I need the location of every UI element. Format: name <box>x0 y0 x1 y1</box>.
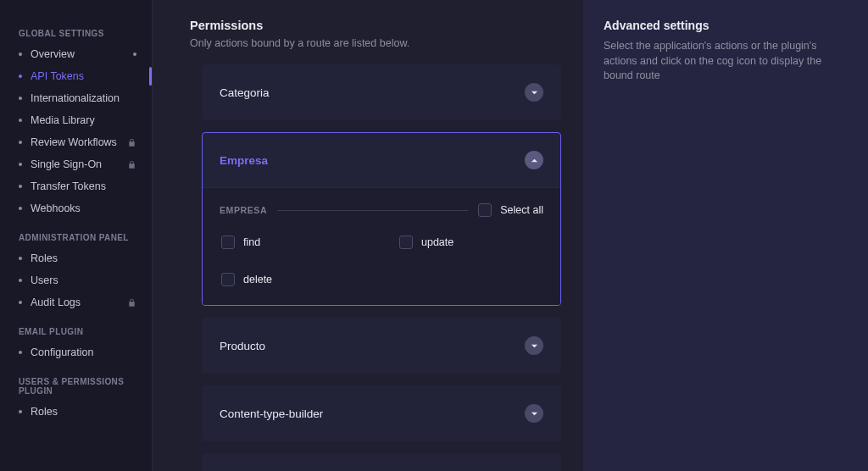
expand-button[interactable] <box>525 336 543 355</box>
advanced-body: Select the application's actions or the … <box>604 39 848 84</box>
sidebar-item-label: Single Sign-On <box>31 158 102 170</box>
permission-panel-body: EMPRESASelect allfindupdatedelete <box>203 187 560 305</box>
bullet-icon <box>19 301 22 304</box>
bullet-icon <box>19 410 22 413</box>
permission-action-checkbox[interactable] <box>221 273 235 286</box>
expand-button[interactable] <box>525 83 543 102</box>
sidebar-item-label: Media Library <box>31 114 95 126</box>
bullet-icon <box>19 351 22 354</box>
bullet-icon <box>19 207 22 210</box>
chevron-down-icon <box>531 89 538 97</box>
permission-action-label: delete <box>243 274 272 285</box>
expand-button[interactable] <box>525 404 543 423</box>
sidebar-item[interactable]: Review Workflows <box>0 131 152 153</box>
permission-action-label: find <box>243 236 260 248</box>
sidebar-item-label: Review Workflows <box>31 136 117 148</box>
advanced-settings-panel: Advanced settings Select the application… <box>583 0 868 471</box>
divider <box>277 210 468 211</box>
permission-action[interactable]: delete <box>221 273 331 286</box>
bullet-icon <box>19 75 22 78</box>
sidebar-section-title: ADMINISTRATION PANEL <box>0 219 152 247</box>
app-root: GLOBAL SETTINGSOverviewAPI TokensInterna… <box>0 0 868 471</box>
chevron-up-icon <box>531 157 538 164</box>
lock-icon <box>127 160 136 169</box>
sidebar-item-label: Transfer Tokens <box>31 180 106 192</box>
permissions-content: Permissions Only actions bound by a rout… <box>153 0 583 471</box>
sidebar-item[interactable]: Users <box>0 269 152 291</box>
permission-panel-header[interactable]: Content-type-builder <box>203 386 560 441</box>
sidebar-item-label: Users <box>31 274 58 286</box>
select-all-label: Select all <box>500 204 543 216</box>
sidebar-section-title: USERS & PERMISSIONS PLUGIN <box>0 363 152 401</box>
permission-panel-header[interactable]: Empresa <box>203 133 560 187</box>
permission-panel: EmpresaEMPRESASelect allfindupdatedelete <box>202 132 561 306</box>
sidebar-item[interactable]: Roles <box>0 247 152 269</box>
sidebar-item-label: Overview <box>31 48 75 60</box>
sidebar-item[interactable]: API Tokens <box>0 65 152 87</box>
permission-panel-title: Content-type-builder <box>220 407 323 420</box>
lock-icon <box>127 138 136 147</box>
bullet-icon <box>19 53 22 56</box>
sidebar-item[interactable]: Transfer Tokens <box>0 175 152 197</box>
bullet-icon <box>19 141 22 144</box>
sidebar-item-label: Configuration <box>31 346 93 358</box>
permission-action-checkbox[interactable] <box>399 236 413 249</box>
sidebar-item-label: Roles <box>31 406 58 418</box>
sidebar-item[interactable]: Configuration <box>0 341 152 363</box>
permission-panel-title: Categoria <box>220 86 270 99</box>
bullet-icon <box>19 119 22 122</box>
permission-group-label: EMPRESA <box>220 205 267 215</box>
chevron-down-icon <box>531 410 538 418</box>
permission-action[interactable]: find <box>221 236 331 249</box>
permission-action-checkbox[interactable] <box>221 236 235 249</box>
bullet-icon <box>19 257 22 260</box>
permission-panel-header[interactable]: Categoria <box>203 65 560 119</box>
permission-action[interactable]: update <box>399 236 509 249</box>
sidebar-item-label: API Tokens <box>31 70 84 82</box>
lock-icon <box>127 298 136 308</box>
permissions-subtitle: Only actions bound by a route are listed… <box>190 37 561 49</box>
sidebar-item[interactable]: Roles <box>0 401 152 423</box>
main: Permissions Only actions bound by a rout… <box>153 0 868 471</box>
permission-panel: Content-type-builder <box>202 385 561 441</box>
indicator-dot-icon <box>133 53 136 56</box>
sidebar-section-title: GLOBAL SETTINGS <box>0 15 152 43</box>
permission-panel-header[interactable]: Email <box>203 454 560 471</box>
collapse-button[interactable] <box>525 151 543 169</box>
advanced-heading: Advanced settings <box>604 19 848 32</box>
permission-panel: Email <box>202 453 561 471</box>
sidebar-item-label: Audit Logs <box>31 296 81 308</box>
sidebar-item[interactable]: Overview <box>0 43 152 65</box>
select-all-checkbox[interactable] <box>478 203 492 217</box>
permission-panel: Categoria <box>202 64 561 120</box>
sidebar-item-label: Webhooks <box>31 202 81 214</box>
sidebar-item[interactable]: Media Library <box>0 109 152 131</box>
sidebar: GLOBAL SETTINGSOverviewAPI TokensInterna… <box>0 0 153 471</box>
chevron-down-icon <box>531 342 538 350</box>
bullet-icon <box>19 97 22 100</box>
sidebar-item-label: Roles <box>31 252 58 264</box>
permissions-heading: Permissions <box>190 19 561 32</box>
sidebar-item[interactable]: Webhooks <box>0 197 152 219</box>
permission-panel-header[interactable]: Producto <box>203 319 560 373</box>
sidebar-item[interactable]: Single Sign-On <box>0 153 152 175</box>
permission-panel: Producto <box>202 318 561 374</box>
sidebar-item-label: Internationalization <box>31 92 120 104</box>
bullet-icon <box>19 185 22 188</box>
permission-panel-title: Empresa <box>220 154 268 167</box>
permission-panel-title: Producto <box>220 340 265 352</box>
select-all[interactable]: Select all <box>478 203 543 217</box>
sidebar-item[interactable]: Internationalization <box>0 87 152 109</box>
sidebar-section-title: EMAIL PLUGIN <box>0 313 152 341</box>
sidebar-item[interactable]: Audit Logs <box>0 291 152 313</box>
bullet-icon <box>19 279 22 282</box>
permissions-panel-stack: CategoriaEmpresaEMPRESASelect allfindupd… <box>190 64 561 471</box>
bullet-icon <box>19 163 22 166</box>
permission-action-label: update <box>421 236 453 248</box>
